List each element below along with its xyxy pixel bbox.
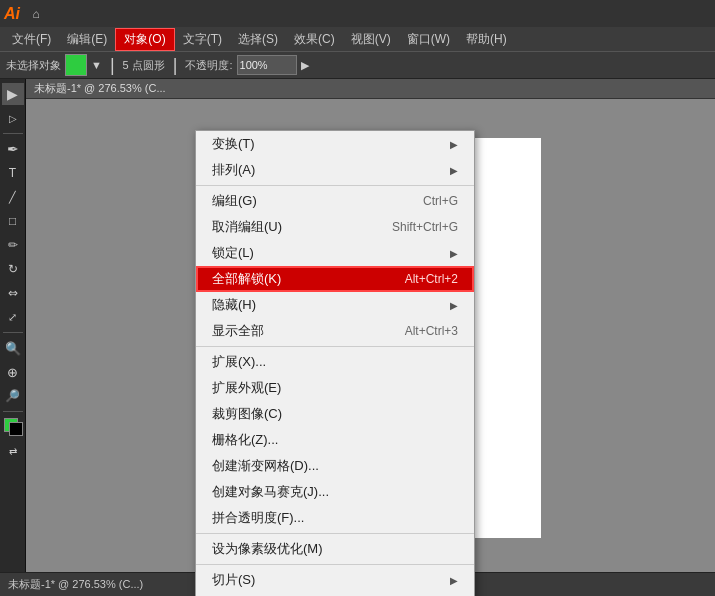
menu-transform-label: 变换(T)	[212, 135, 255, 153]
menu-unlock-label: 全部解锁(K)	[212, 270, 281, 288]
menu-crop-image[interactable]: 裁剪图像(C)	[196, 401, 474, 427]
arrow-icon: ▼	[91, 59, 102, 71]
dropdown-menu: 变换(T) ▶ 排列(A) ▶ 编组(G) Ctrl+G 取消编组(U) Shi…	[195, 130, 475, 596]
menu-hide[interactable]: 隐藏(H) ▶	[196, 292, 474, 318]
menu-expand-app-label: 扩展外观(E)	[212, 379, 281, 397]
menu-mosaic[interactable]: 创建对象马赛克(J)...	[196, 479, 474, 505]
menu-hide-label: 隐藏(H)	[212, 296, 256, 314]
toolbar: 未选择对象 ▼ | 5 点圆形 | 不透明度: ▶	[0, 51, 715, 79]
menu-effect[interactable]: 效果(C)	[286, 29, 343, 50]
opacity-arrow: ▶	[301, 59, 309, 72]
separator2: |	[173, 55, 178, 76]
menu-bar: 文件(F) 编辑(E) 对象(O) 文字(T) 选择(S) 效果(C) 视图(V…	[0, 27, 715, 51]
main-area: ▶ ▷ ✒ T ╱ □ ✏ ↻ ⇔ ⤢ 🔍 ⊕ 🔎 ⇄ 未标题-1* @ 276…	[0, 79, 715, 576]
separator: |	[110, 55, 115, 76]
menu-flatten[interactable]: 拼合透明度(F)...	[196, 505, 474, 531]
menu-gradient-mesh-label: 创建渐变网格(D)...	[212, 457, 319, 475]
title-bar-icons: ⌂	[26, 4, 46, 24]
menu-show-all[interactable]: 显示全部 Alt+Ctrl+3	[196, 318, 474, 344]
menu-file[interactable]: 文件(F)	[4, 29, 59, 50]
arrow-icon: ▶	[450, 300, 458, 311]
show-all-shortcut: Alt+Ctrl+3	[405, 324, 458, 338]
ungroup-shortcut: Shift+Ctrl+G	[392, 220, 458, 234]
menu-unlock-all[interactable]: 全部解锁(K) Alt+Ctrl+2	[196, 266, 474, 292]
direct-select-tool[interactable]: ▷	[2, 107, 24, 129]
menu-gradient-mesh[interactable]: 创建渐变网格(D)...	[196, 453, 474, 479]
opacity-input[interactable]	[237, 55, 297, 75]
menu-pixel-label: 设为像素级优化(M)	[212, 540, 323, 558]
home-icon[interactable]: ⌂	[26, 4, 46, 24]
menu-help[interactable]: 帮助(H)	[458, 29, 515, 50]
group-shortcut: Ctrl+G	[423, 194, 458, 208]
menu-slice[interactable]: 切片(S) ▶	[196, 567, 474, 593]
menu-object[interactable]: 对象(O)	[115, 28, 174, 51]
menu-select[interactable]: 选择(S)	[230, 29, 286, 50]
arrow-icon: ▶	[450, 575, 458, 586]
menu-window[interactable]: 窗口(W)	[399, 29, 458, 50]
status-label: 未选择对象	[6, 58, 61, 73]
status-text: 未标题-1* @ 276.53% (C...)	[8, 577, 143, 592]
divider-2	[196, 346, 474, 347]
menu-edit[interactable]: 编辑(E)	[59, 29, 115, 50]
zoom-label: 5 点圆形	[123, 58, 165, 73]
arrow-icon: ▶	[450, 248, 458, 259]
menu-show-all-label: 显示全部	[212, 322, 264, 340]
opacity-label: 不透明度:	[185, 58, 232, 73]
divider-4	[196, 564, 474, 565]
menu-ungroup[interactable]: 取消编组(U) Shift+Ctrl+G	[196, 214, 474, 240]
menu-group-label: 编组(G)	[212, 192, 257, 210]
title-bar: Ai ⌂	[0, 0, 715, 27]
menu-rasterize-label: 栅格化(Z)...	[212, 431, 278, 449]
menu-flatten-label: 拼合透明度(F)...	[212, 509, 304, 527]
menu-expand-appearance[interactable]: 扩展外观(E)	[196, 375, 474, 401]
menu-mosaic-label: 创建对象马赛克(J)...	[212, 483, 329, 501]
menu-crop-label: 裁剪图像(C)	[212, 405, 282, 423]
menu-expand-label: 扩展(X)...	[212, 353, 266, 371]
menu-ungroup-label: 取消编组(U)	[212, 218, 282, 236]
menu-lock-label: 锁定(L)	[212, 244, 254, 262]
menu-lock[interactable]: 锁定(L) ▶	[196, 240, 474, 266]
divider-1	[196, 185, 474, 186]
arrow-icon: ▶	[450, 139, 458, 150]
divider-3	[196, 533, 474, 534]
dropdown-overlay: 变换(T) ▶ 排列(A) ▶ 编组(G) Ctrl+G 取消编组(U) Shi…	[0, 130, 715, 576]
menu-text[interactable]: 文字(T)	[175, 29, 230, 50]
menu-slice-label: 切片(S)	[212, 571, 255, 589]
menu-arrange-label: 排列(A)	[212, 161, 255, 179]
menu-view[interactable]: 视图(V)	[343, 29, 399, 50]
menu-arrange[interactable]: 排列(A) ▶	[196, 157, 474, 183]
menu-group[interactable]: 编组(G) Ctrl+G	[196, 188, 474, 214]
canvas-tab[interactable]: 未标题-1* @ 276.53% (C...	[26, 79, 715, 99]
select-tool[interactable]: ▶	[2, 83, 24, 105]
color-swatch[interactable]	[65, 54, 87, 76]
menu-pixel-optimize[interactable]: 设为像素级优化(M)	[196, 536, 474, 562]
menu-transform[interactable]: 变换(T) ▶	[196, 131, 474, 157]
menu-rasterize[interactable]: 栅格化(Z)...	[196, 427, 474, 453]
ai-logo: Ai	[4, 5, 20, 23]
menu-expand[interactable]: 扩展(X)...	[196, 349, 474, 375]
unlock-shortcut: Alt+Ctrl+2	[405, 272, 458, 286]
arrow-icon: ▶	[450, 165, 458, 176]
